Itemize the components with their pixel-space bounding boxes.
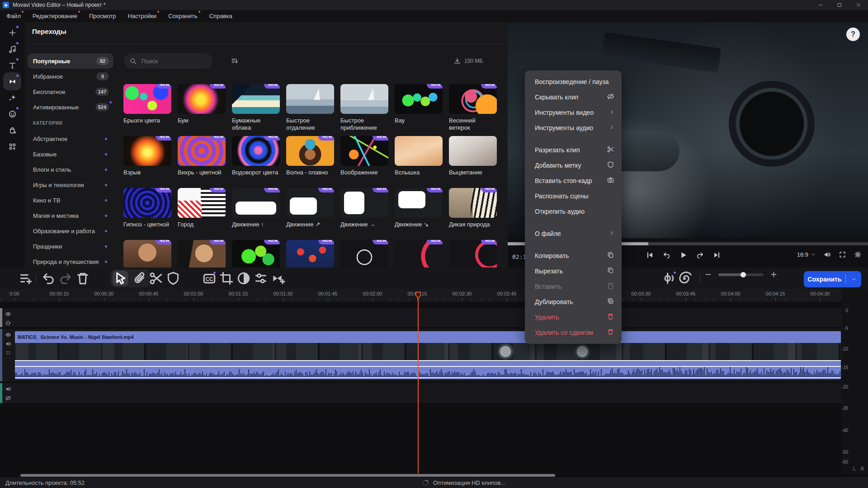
context-menu-item[interactable]: Вставить стоп-кадр xyxy=(525,173,622,188)
transition-item[interactable]: NEWВолна - плавно xyxy=(286,136,334,188)
transition-item[interactable]: NEW xyxy=(123,240,171,267)
speaker-icon[interactable] xyxy=(5,386,11,394)
context-menu-item[interactable]: Воспроизведение / пауза xyxy=(525,74,622,89)
menu-item[interactable]: Сохранить xyxy=(168,13,198,19)
transition-thumbnail[interactable] xyxy=(286,84,334,114)
transition-item[interactable]: NEWГипноз - цветной xyxy=(123,188,171,240)
transition-item[interactable]: Быстрое приближение xyxy=(340,84,388,136)
menu-item[interactable]: Файл xyxy=(6,13,21,19)
category-item[interactable]: Праздники xyxy=(28,239,113,254)
eye-off-icon[interactable] xyxy=(5,395,11,403)
transition-thumbnail[interactable]: NEW xyxy=(340,136,388,166)
transition-item[interactable]: NEWБрызги цвета xyxy=(123,84,171,136)
transition-thumbnail[interactable]: NEW xyxy=(178,136,226,166)
transition-thumbnail[interactable] xyxy=(395,136,443,166)
context-menu-item[interactable]: Открепить аудио xyxy=(525,204,622,219)
transition-item[interactable]: NEWБум xyxy=(178,84,226,136)
save-button-label[interactable]: Сохранить xyxy=(804,276,845,283)
fullscreen-button[interactable] xyxy=(839,251,846,258)
context-menu-item[interactable]: Инструменты видео xyxy=(525,105,622,120)
category-item[interactable]: Образование и работа xyxy=(28,223,113,239)
transition-item[interactable]: NEWДикая природа xyxy=(449,188,497,240)
transition-thumbnail[interactable]: NEW xyxy=(395,188,443,218)
transition-item[interactable]: NEWБумажные облака xyxy=(232,84,280,136)
transition-item[interactable]: NEW xyxy=(340,240,388,267)
transition-thumbnail[interactable]: NEW xyxy=(340,188,388,218)
transition-thumbnail[interactable]: NEW xyxy=(286,136,334,166)
transition-thumbnail[interactable]: NEW xyxy=(178,188,226,218)
crop-button[interactable] xyxy=(219,271,234,286)
undo-button[interactable] xyxy=(41,271,56,286)
track-row-1[interactable] xyxy=(0,308,842,327)
sidebar-item-more-tools[interactable] xyxy=(3,137,21,155)
zoom-in-button[interactable] xyxy=(770,271,778,278)
context-menu-item[interactable]: Распознать сцены xyxy=(525,188,622,204)
nav-item[interactable]: Бесплатное147 xyxy=(28,84,113,99)
transition-thumbnail[interactable] xyxy=(340,84,388,114)
zoom-out-button[interactable] xyxy=(704,271,712,278)
timeline-ruler[interactable]: 0:0000:00:1500:00:3000:00:4500:01:0000:0… xyxy=(0,289,868,302)
category-item[interactable]: Влоги и стиль xyxy=(28,162,113,177)
context-menu-item[interactable]: Удалить xyxy=(525,310,622,325)
sort-button[interactable] xyxy=(231,57,238,65)
sidebar-item-effects[interactable] xyxy=(3,89,21,107)
sidebar-item-titles[interactable] xyxy=(3,56,21,74)
context-menu-item[interactable]: Разрезать клип xyxy=(525,142,622,158)
transition-item[interactable]: NEW xyxy=(395,240,443,267)
category-item[interactable]: Магия и мистика xyxy=(28,208,113,223)
player-settings-button[interactable] xyxy=(854,251,862,258)
minimize-button[interactable] xyxy=(811,0,830,10)
video-clip[interactable]: MATICS_ Science Vs. Music - Nigel Stanfo… xyxy=(15,331,841,379)
film-icon[interactable] xyxy=(5,350,11,358)
transition-thumbnail[interactable]: NEW xyxy=(449,188,497,218)
category-item[interactable]: Базовые xyxy=(28,146,113,162)
link-icon[interactable] xyxy=(5,320,11,328)
transition-item[interactable]: NEWДвижение ↘ xyxy=(395,188,443,240)
transition-thumbnail[interactable]: NEW xyxy=(232,136,280,166)
transition-thumbnail[interactable]: NEW xyxy=(123,136,171,166)
context-menu-item[interactable]: Инструменты аудио xyxy=(525,120,622,136)
transition-thumbnail[interactable]: NEW xyxy=(178,84,226,114)
context-menu-item[interactable]: Добавить метку xyxy=(525,158,622,173)
transition-thumbnail[interactable]: NEW xyxy=(286,240,334,267)
add-clip-button[interactable] xyxy=(18,271,33,286)
nav-item[interactable]: Популярные82 xyxy=(28,53,113,69)
skip-end-button[interactable] xyxy=(712,251,721,259)
aspect-ratio-select[interactable]: 16:9 xyxy=(797,251,816,258)
save-options-chevron[interactable] xyxy=(846,277,861,282)
track-row-3[interactable] xyxy=(0,383,842,403)
transition-item[interactable]: Выцветание xyxy=(449,136,497,188)
transition-thumbnail[interactable]: NEW xyxy=(449,84,497,114)
transition-thumbnail[interactable]: NEW xyxy=(286,188,334,218)
context-menu-item[interactable]: О файле xyxy=(525,226,622,241)
transition-item[interactable]: NEWВоображение xyxy=(340,136,388,188)
jump-forward-button[interactable] xyxy=(696,251,704,259)
menu-item[interactable]: Настройки xyxy=(127,13,156,19)
transition-item[interactable]: NEWДвижение → xyxy=(340,188,388,240)
sidebar-item-stickers[interactable] xyxy=(3,105,21,123)
cursor-button[interactable] xyxy=(113,271,128,286)
transition-thumbnail[interactable]: NEW xyxy=(123,240,171,267)
transition-item[interactable]: Быстрое отдаление xyxy=(286,84,334,136)
help-button[interactable]: ? xyxy=(846,28,860,41)
context-menu-item[interactable]: Вырезать xyxy=(525,263,622,279)
contrast-button[interactable] xyxy=(236,271,251,286)
context-menu-item[interactable]: Скрывать клип xyxy=(525,89,622,105)
menu-item[interactable]: Редактирование xyxy=(33,13,77,19)
volume-button[interactable] xyxy=(823,251,831,258)
transition-thumbnail[interactable]: NEW xyxy=(178,240,226,267)
sidebar-item-transitions[interactable] xyxy=(3,72,21,90)
nav-item[interactable]: Активированные524 xyxy=(28,99,113,115)
context-menu-item[interactable]: Дублировать xyxy=(525,294,622,310)
swirl-button[interactable] xyxy=(677,271,693,286)
category-item[interactable]: Игры и технологии xyxy=(28,177,113,192)
transition-thumbnail[interactable]: NEW xyxy=(123,188,171,218)
zoom-slider-thumb[interactable] xyxy=(741,272,746,277)
timeline-scrollbar-thumb[interactable] xyxy=(20,474,555,477)
transition-item[interactable]: NEWДвижение ↑ xyxy=(232,188,280,240)
transition-thumbnail[interactable]: NEW xyxy=(395,240,443,267)
search-box[interactable] xyxy=(124,53,212,69)
search-input[interactable] xyxy=(141,57,206,65)
context-menu-item[interactable]: Удалить со сдвигом xyxy=(525,325,622,340)
eye-icon[interactable] xyxy=(5,332,11,340)
